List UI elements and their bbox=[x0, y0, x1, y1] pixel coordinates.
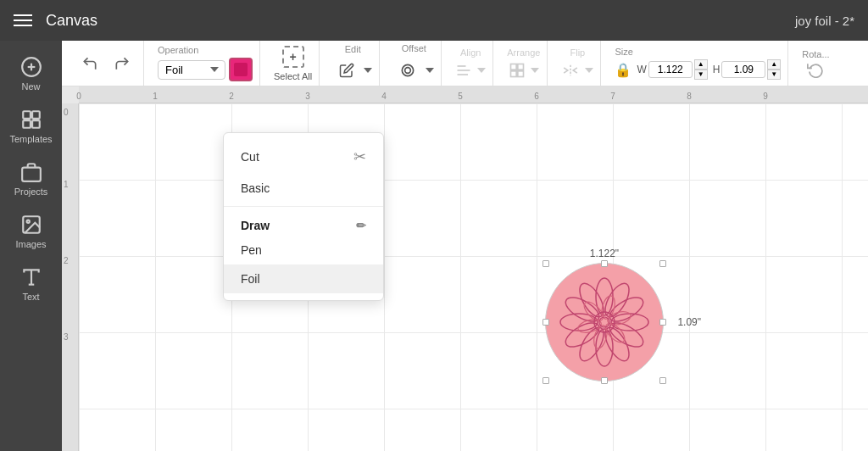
svg-rect-3 bbox=[23, 111, 31, 119]
size-w-down[interactable]: ▼ bbox=[694, 70, 708, 80]
flower-width-label: 1.122" bbox=[545, 248, 664, 259]
dropdown-item-foil[interactable]: Foil bbox=[224, 264, 383, 293]
operation-select-row: Foil Cut Basic Pen bbox=[158, 58, 253, 81]
sidebar-item-projects[interactable]: Projects bbox=[0, 153, 62, 205]
svg-point-31 bbox=[560, 314, 598, 331]
ruler-left-1: 1 bbox=[64, 180, 69, 189]
handle-bottom-mid[interactable] bbox=[601, 377, 608, 384]
lock-icon-container: 🔒 bbox=[615, 62, 632, 78]
foil-color-inner bbox=[234, 63, 248, 76]
dropdown-item-basic[interactable]: Basic bbox=[224, 174, 383, 203]
svg-point-12 bbox=[403, 64, 414, 75]
app-title: Canvas bbox=[46, 12, 795, 30]
svg-point-33 bbox=[575, 280, 608, 320]
hamburger-menu-button[interactable] bbox=[14, 14, 32, 26]
svg-rect-6 bbox=[32, 120, 40, 128]
ruler-num-0: 0 bbox=[76, 92, 81, 101]
align-label: Align bbox=[460, 47, 481, 58]
ruler-num-3: 3 bbox=[305, 92, 310, 101]
size-group: Size 🔒 W ▲ ▼ H bbox=[608, 41, 788, 86]
flower-element[interactable]: 1.122" bbox=[545, 248, 664, 381]
ruler-left: 0 1 2 3 bbox=[62, 103, 79, 451]
pen-icon: ✏ bbox=[356, 219, 366, 232]
flower-svg bbox=[558, 276, 651, 369]
edit-button[interactable] bbox=[333, 58, 360, 82]
sidebar-item-templates[interactable]: Templates bbox=[0, 100, 62, 153]
select-all-button[interactable]: + Select All bbox=[267, 41, 320, 86]
dropdown-foil-label: Foil bbox=[241, 272, 260, 286]
flower-circle[interactable] bbox=[545, 263, 664, 381]
dropdown-item-cut[interactable]: Cut ✂ bbox=[224, 140, 383, 174]
ruler-num-9: 9 bbox=[763, 92, 768, 101]
size-w-up[interactable]: ▲ bbox=[694, 59, 708, 70]
select-all-label: Select All bbox=[274, 71, 312, 81]
dropdown-basic-label: Basic bbox=[241, 181, 270, 195]
arrange-icons bbox=[509, 62, 539, 79]
ruler-top: 0 1 2 3 4 5 6 7 8 9 bbox=[79, 86, 868, 103]
align-icons bbox=[455, 62, 486, 79]
ruler-left-0: 0 bbox=[64, 108, 69, 117]
size-h-up[interactable]: ▲ bbox=[767, 59, 781, 70]
handle-mid-left[interactable] bbox=[542, 319, 549, 326]
sidebar-item-text-label: Text bbox=[22, 292, 39, 302]
handle-mid-right[interactable] bbox=[659, 319, 666, 326]
redo-icon bbox=[114, 55, 131, 72]
svg-point-13 bbox=[405, 68, 411, 74]
size-h-field: H ▲ ▼ bbox=[713, 59, 782, 80]
size-w-input[interactable] bbox=[648, 61, 693, 78]
align-icon bbox=[455, 62, 472, 79]
arrange-chevron-icon bbox=[531, 68, 539, 73]
ruler-left-2: 2 bbox=[64, 256, 69, 265]
text-icon bbox=[20, 266, 42, 288]
scissors-icon: ✂ bbox=[353, 148, 366, 166]
canvas-grid bbox=[79, 103, 868, 451]
offset-group: Offset bbox=[387, 41, 442, 86]
svg-point-22 bbox=[596, 278, 613, 315]
undo-icon bbox=[81, 55, 98, 72]
size-label: Size bbox=[615, 47, 781, 57]
rotate-icon bbox=[807, 61, 824, 78]
undo-button[interactable] bbox=[75, 51, 104, 76]
canvas-area[interactable]: 0 1 2 3 4 5 6 7 8 9 0 1 2 3 1.1 bbox=[62, 86, 868, 451]
sidebar-item-templates-label: Templates bbox=[9, 134, 52, 144]
operation-select[interactable]: Foil Cut Basic Pen bbox=[158, 60, 225, 80]
sidebar-item-images[interactable]: Images bbox=[0, 205, 62, 258]
ruler-num-8: 8 bbox=[687, 92, 692, 101]
svg-rect-20 bbox=[518, 71, 524, 77]
ruler-num-4: 4 bbox=[381, 92, 387, 101]
dropdown-pen-label: Pen bbox=[241, 243, 262, 257]
svg-point-9 bbox=[26, 220, 29, 223]
size-w-label: W bbox=[637, 64, 646, 75]
edit-chevron-icon bbox=[364, 68, 372, 73]
handle-top-left[interactable] bbox=[542, 260, 549, 267]
dropdown-draw-header: Draw ✏ bbox=[224, 210, 383, 236]
size-w-field: W ▲ ▼ bbox=[637, 59, 707, 80]
handle-top-mid[interactable] bbox=[601, 260, 608, 267]
main-layout: New Templates Projects bbox=[0, 41, 868, 451]
sidebar-item-text[interactable]: Text bbox=[0, 258, 62, 310]
handle-bottom-left[interactable] bbox=[542, 377, 549, 384]
flower-wrapper: 1.09" bbox=[545, 263, 664, 381]
ruler-num-6: 6 bbox=[534, 92, 539, 101]
handle-top-right[interactable] bbox=[659, 260, 666, 267]
redo-button[interactable] bbox=[108, 51, 136, 76]
dropdown-item-pen[interactable]: Pen bbox=[224, 236, 383, 264]
svg-point-28 bbox=[596, 329, 613, 366]
project-name: joy foil - 2* bbox=[795, 14, 854, 28]
operation-select-wrapper: Foil Cut Basic Pen bbox=[158, 60, 225, 80]
size-h-input[interactable] bbox=[721, 61, 765, 78]
svg-rect-19 bbox=[510, 71, 516, 77]
edit-icons bbox=[333, 58, 372, 82]
offset-button[interactable] bbox=[393, 58, 422, 83]
offset-chevron-icon bbox=[426, 68, 434, 73]
svg-rect-4 bbox=[32, 111, 40, 119]
foil-color-swatch[interactable] bbox=[229, 58, 253, 81]
operation-dropdown: Cut ✂ Basic Draw ✏ Pen Foil bbox=[223, 132, 384, 301]
handle-bottom-right[interactable] bbox=[659, 377, 666, 384]
ruler-num-1: 1 bbox=[153, 92, 158, 101]
sidebar-item-new[interactable]: New bbox=[0, 47, 62, 100]
undo-redo-group bbox=[70, 41, 144, 86]
rotate-group: Rota... bbox=[795, 41, 836, 86]
size-h-down[interactable]: ▼ bbox=[767, 70, 781, 80]
flip-icons bbox=[561, 62, 593, 79]
